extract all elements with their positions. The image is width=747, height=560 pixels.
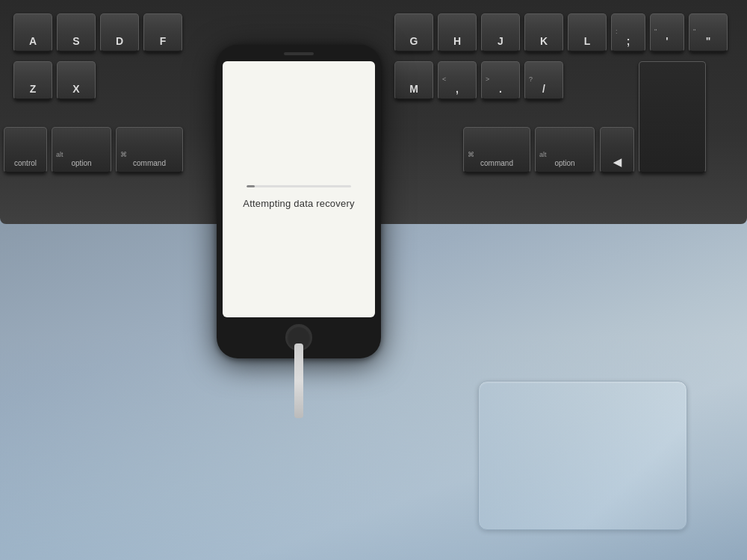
key-comma: < , — [438, 61, 477, 100]
key-k: K — [524, 13, 563, 52]
key-arrow-left: ◀ — [600, 127, 634, 173]
key-s: S — [57, 13, 96, 52]
key-j: J — [481, 13, 520, 52]
key-m: M — [394, 61, 433, 100]
key-z: Z — [13, 61, 52, 100]
key-option-left: alt option — [52, 127, 111, 173]
key-control: control — [4, 127, 47, 173]
key-x: X — [57, 61, 96, 100]
lightning-cable — [294, 343, 303, 418]
key-d: D — [100, 13, 139, 52]
key-slash: ? / — [524, 61, 563, 100]
trackpad[interactable] — [478, 381, 687, 530]
recovery-message: Attempting data recovery — [243, 198, 354, 209]
key-g: G — [394, 13, 433, 52]
iphone-speaker — [284, 52, 314, 55]
iphone-device: Attempting data recovery — [217, 45, 381, 358]
key-semicolon: : ; — [611, 13, 645, 52]
key-h: H — [438, 13, 477, 52]
key-f: F — [143, 13, 182, 52]
key-period: > . — [481, 61, 520, 100]
key-l: L — [568, 13, 607, 52]
key-extra-right: " " — [689, 13, 728, 52]
key-a: A — [13, 13, 52, 52]
keyboard-right: G H J K L : ; " ' " " M < , > . ? / ⌘ co… — [381, 0, 747, 224]
key-extra-dark — [639, 61, 706, 173]
progress-bar-container — [247, 185, 351, 187]
iphone-screen: Attempting data recovery — [223, 61, 375, 317]
progress-bar-fill — [247, 185, 255, 187]
key-option-right: alt option — [535, 127, 595, 173]
keyboard-left: A S D F Z X control alt option ⌘ command — [0, 0, 217, 224]
key-quote: " ' — [650, 13, 684, 52]
key-command-right: ⌘ command — [463, 127, 530, 173]
key-command-left: ⌘ command — [116, 127, 183, 173]
